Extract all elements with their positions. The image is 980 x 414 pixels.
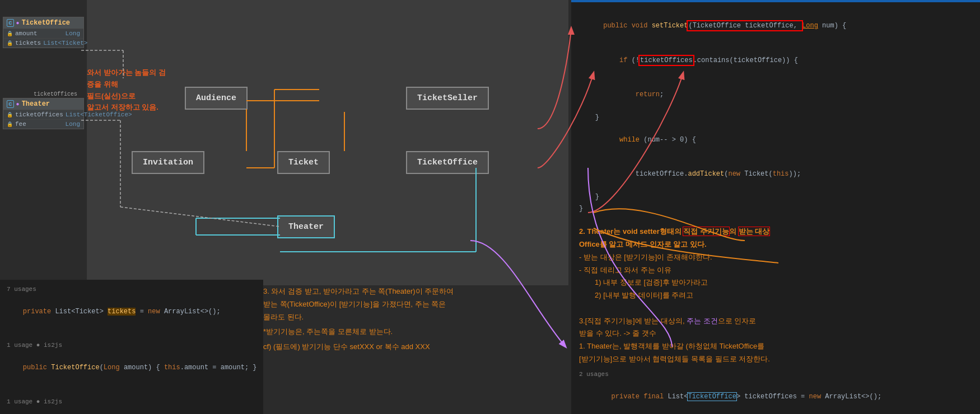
field-name-tickets: tickets bbox=[15, 40, 41, 46]
field-name-amount: amount bbox=[15, 30, 38, 37]
uml-box-ticketseller: TicketSeller bbox=[406, 87, 489, 110]
card-name2: Theater bbox=[22, 100, 50, 108]
annot-2-a: Office를 알고 메서드 인자로 알고 있다. bbox=[579, 238, 972, 251]
annot-bc-1: 3. 와서 검증 받고, 받아가라고 주는 쪽(Theater)이 주문하여 받… bbox=[263, 285, 532, 323]
class-icon2: c bbox=[7, 100, 14, 108]
class-card-ticketoffice: c ● TicketOffice 🔒 amount Long 🔒 tickets… bbox=[3, 17, 84, 48]
annot-1b: [받기기능]으로 받아서 협력업체들 목록을 필드로 저장한다. bbox=[579, 353, 972, 366]
usage-label-2: 1 usage ● is2js bbox=[7, 340, 256, 351]
rcode-6: ticketOffice.addTicket(new Ticket(this))… bbox=[579, 157, 972, 191]
annot-2-b1: - 받는 대상은 [받기기능]이 존재해야한다. bbox=[579, 251, 972, 264]
annot-2-b4: 2) [내부 발행 데이터]를 주려고 bbox=[595, 289, 972, 302]
usage-label-1: 7 usages bbox=[7, 284, 256, 295]
code-line-3: public void addTicket(final Ticket ticke… bbox=[7, 407, 256, 414]
field-row-tickets: 🔒 tickets List<Ticket> bbox=[3, 38, 83, 48]
rcode-4: } bbox=[579, 112, 972, 123]
field-name-fee: fee bbox=[15, 121, 26, 128]
field-name-ticketoffices: ticketOffices bbox=[15, 111, 63, 118]
interface-icon2: ● bbox=[16, 101, 20, 107]
rcode-5: while (num-- > 0) { bbox=[579, 123, 972, 157]
annot-bc-2: *받기기능은, 주는쪽을 모른체로 받는다. bbox=[263, 326, 532, 338]
class-card-theater: c ● Theater 🔒 ticketOffices List<TicketO… bbox=[3, 98, 84, 129]
code-line-2: public TicketOffice(Long amount) { this.… bbox=[7, 351, 256, 385]
diagram-area: Audience TicketSeller Invitation Ticket … bbox=[81, 0, 568, 285]
annot-right-panel: 2. Theater는 void setter형태의 직접 주기기능의 받는 대… bbox=[579, 225, 972, 365]
code-line-1: private List<Ticket> tickets = new Array… bbox=[7, 295, 256, 329]
field-type-amount: Long bbox=[66, 30, 80, 37]
uml-box-theater: Theater bbox=[277, 215, 335, 238]
card-name: TicketOffice bbox=[22, 19, 70, 27]
uml-box-ticketoffice: TicketOffice bbox=[406, 151, 489, 174]
field-row-fee: 🔒 fee Long bbox=[3, 119, 83, 129]
usage-label-a: 2 usages bbox=[579, 369, 972, 380]
lock-icon2: 🔒 bbox=[7, 40, 13, 46]
annot-bc-3: cf) (필드에) 받기기능 단수 setXXX or 복수 add XXX bbox=[263, 341, 532, 354]
rcode-7: } bbox=[579, 191, 972, 203]
ticketoffices-label: ticketOffices bbox=[34, 91, 77, 97]
left-panel: c ● TicketOffice 🔒 amount Long 🔒 tickets… bbox=[0, 0, 87, 285]
field-row-ticketoffices: 🔒 ticketOffices List<TicketOffice> bbox=[3, 110, 83, 119]
uml-box-ticket: Ticket bbox=[277, 151, 330, 174]
rcode-8: } bbox=[579, 203, 972, 214]
annot-2-title: 2. Theater는 void setter형태의 직접 주기기능의 받는 대… bbox=[579, 225, 972, 238]
top-bar bbox=[571, 0, 980, 2]
class-icon: c bbox=[7, 19, 14, 27]
annot-2-b3: 1) 내부 정보로 [검증]후 받아가라고 bbox=[595, 276, 972, 289]
usage-label-3: 1 usage ● is2js bbox=[7, 397, 256, 407]
rcode-9: private final List<TicketOffice> ticketO… bbox=[579, 379, 972, 413]
rcode-1: public void setTicket(TicketOffice ticke… bbox=[579, 9, 972, 43]
lock-icon3: 🔒 bbox=[7, 112, 13, 118]
annot-3b: 받을 수 있다. -> 줄 갯수 bbox=[579, 327, 972, 340]
annot-2-b2: - 직접 데리고 와서 주는 이유 bbox=[579, 264, 972, 277]
lock-icon: 🔒 bbox=[7, 31, 13, 37]
annotation-bottom-center: 3. 와서 검증 받고, 받아가라고 주는 쪽(Theater)이 주문하여 받… bbox=[263, 285, 532, 354]
bottom-left-code: 7 usages private List<Ticket> tickets = … bbox=[0, 280, 263, 414]
field-type-tickets: List<Ticket> bbox=[43, 40, 87, 46]
lock-icon4: 🔒 bbox=[7, 121, 13, 128]
field-type-fee: Long bbox=[66, 121, 80, 128]
uml-box-invitation: Invitation bbox=[132, 151, 204, 174]
rcode-2: if (!ticketOffices.contains(ticketOffice… bbox=[579, 43, 972, 77]
right-panel-code: public void setTicket(TicketOffice ticke… bbox=[571, 0, 980, 414]
field-row-amount: 🔒 amount Long bbox=[3, 29, 83, 38]
annotation-left-top: 와서 받아가는 놈들의 검 증을 위해 필드(실선)으로 알고서 저장하고 있음… bbox=[87, 67, 199, 114]
interface-icon: ● bbox=[16, 20, 20, 26]
annot-3: 3.[직접 주기기능]에 받는 대상의, 주는 조건으로 인자로 bbox=[579, 315, 972, 328]
annot-1: 1. Theater는, 발행객체를 받아갈 (하청없체 TicketOffic… bbox=[579, 340, 972, 353]
rcode-3: return; bbox=[579, 77, 972, 111]
